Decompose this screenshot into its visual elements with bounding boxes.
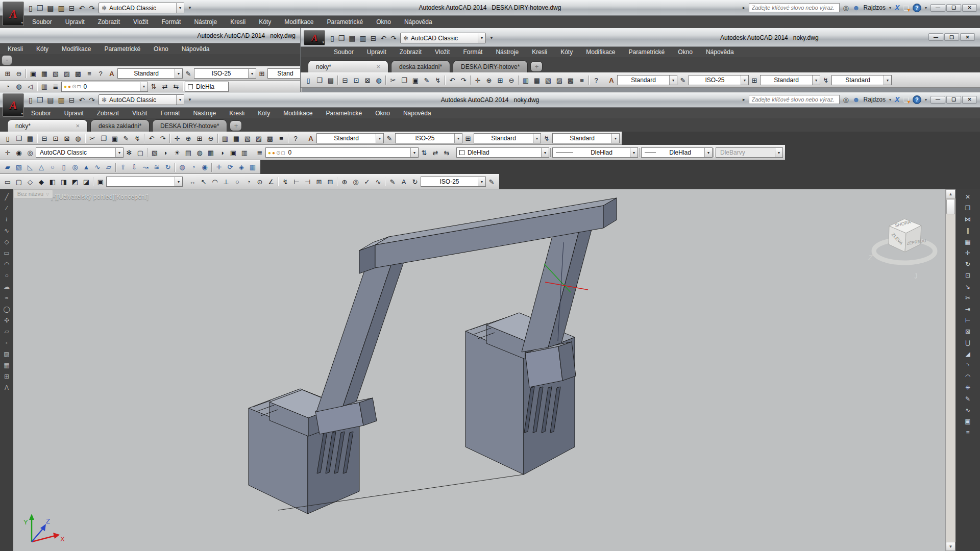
menu-item[interactable]: Modifikace	[278, 17, 320, 27]
blend-curves-icon[interactable]: ◠	[962, 371, 973, 382]
dim-style-select[interactable]: ISO-25▾	[689, 75, 749, 85]
new-file-icon[interactable]: ▯	[2, 133, 13, 144]
render-settings-icon[interactable]: ▥	[239, 147, 250, 158]
vs-wireframe-icon[interactable]: ▢	[13, 176, 24, 187]
vs-shades-gray-icon[interactable]: ◪	[81, 176, 92, 187]
dim-jog-line-icon[interactable]: ∿	[373, 176, 384, 187]
render-window-icon[interactable]: ▥	[39, 81, 50, 92]
dim-style-select[interactable]: ISO-25▾	[395, 133, 462, 143]
linetype-select[interactable]: DleHlad▾	[552, 147, 638, 158]
zoom-previous-icon[interactable]: ⊖	[506, 74, 517, 86]
save-icon[interactable]: ▤	[24, 133, 36, 144]
text-style-icon[interactable]: A	[305, 133, 316, 144]
presspull-icon[interactable]: ⇩	[129, 162, 140, 173]
loft-icon[interactable]: ≋	[151, 162, 162, 173]
dim-style-manager-icon[interactable]: ✎	[486, 176, 497, 187]
workspace-select[interactable]: ✻ AutoCAD Classic ▾	[99, 3, 184, 13]
titlebar[interactable]: Autodesk AutoCAD 2014 noky.dwg	[0, 28, 302, 43]
redo-icon[interactable]: ↷	[89, 96, 95, 104]
dim-jogged-icon[interactable]: ◔	[243, 176, 254, 187]
zoom-previous-icon[interactable]: ⊖	[13, 68, 24, 79]
save-as-icon[interactable]: ▥	[58, 96, 65, 104]
menu-item[interactable]: Nápověda	[398, 17, 439, 27]
workspace-toolbar-select[interactable]: AutoCAD Classic▾	[36, 147, 124, 158]
copy-icon[interactable]: ❐	[399, 74, 410, 86]
new-file-icon[interactable]: ▯	[29, 4, 33, 12]
layer-isolate-icon[interactable]: ⇄	[159, 81, 170, 92]
text-style-select[interactable]: Standard▾	[617, 75, 677, 85]
separator[interactable]	[143, 133, 146, 144]
polysolid-icon[interactable]: ▰	[2, 162, 13, 173]
new-file-icon[interactable]: ▯	[303, 74, 314, 86]
rotate-icon[interactable]: ↻	[962, 259, 973, 270]
chamfer-icon[interactable]: ◢	[962, 348, 973, 360]
titlebar[interactable]: Autodesk AutoCAD 2014 noky.dwg ▯❒▤▥⊟↶↷ ✻…	[0, 92, 980, 108]
material-browser-icon[interactable]: ▤	[183, 147, 194, 158]
layer-manager-icon[interactable]: ≣	[50, 81, 61, 92]
dim-tolerance-icon[interactable]: ⊕	[339, 176, 350, 187]
ucs-icon[interactable]: ✛	[2, 147, 13, 158]
chevron-down-icon[interactable]: ▾	[889, 6, 891, 10]
exchange-apps-icon[interactable]: ❏▼	[903, 4, 909, 12]
3d-align-icon[interactable]: ◈	[236, 162, 247, 173]
chevron-down-icon[interactable]: ▾	[925, 97, 927, 102]
quick-calc-icon[interactable]: ≡	[276, 133, 287, 144]
print-icon[interactable]: ⊟	[39, 133, 50, 144]
dim-continue-icon[interactable]: ⊣	[302, 176, 313, 187]
menu-item[interactable]: Kresli	[224, 17, 252, 27]
open-file-icon[interactable]: ❒	[338, 34, 345, 42]
autocad-logo[interactable]: A▾	[304, 30, 325, 45]
separator[interactable]	[24, 68, 28, 79]
menu-item[interactable]: Parametrické	[320, 108, 369, 118]
separator[interactable]	[84, 133, 87, 144]
array-icon[interactable]: ▦	[962, 236, 973, 247]
named-view-icon[interactable]: ◉	[13, 147, 24, 158]
menu-item[interactable]: Okno	[370, 17, 398, 27]
dim-center-mark-icon[interactable]: ◎	[350, 176, 361, 187]
edit-array-icon[interactable]: ▣	[962, 416, 973, 427]
new-file-icon[interactable]: ▯	[330, 34, 334, 42]
match-properties-icon[interactable]: ✎	[120, 133, 132, 144]
3d-move-icon[interactable]: ✛	[213, 162, 225, 173]
autocad-logo[interactable]: A▾	[3, 2, 24, 26]
table-icon[interactable]: ⊞	[1, 371, 12, 382]
dim-radius-icon[interactable]: ○	[232, 176, 243, 187]
block-editor-icon[interactable]: ↯	[432, 74, 444, 86]
open-file-icon[interactable]: ❒	[37, 4, 43, 12]
extend-icon[interactable]: ⇥	[962, 304, 973, 315]
sheet-set-icon[interactable]: ▨	[61, 68, 72, 79]
tab-noky[interactable]: noky* ×	[7, 119, 88, 132]
layer-isolate-icon[interactable]: ⇄	[430, 147, 441, 158]
menu-item[interactable]: Upravit	[59, 17, 91, 27]
publish-icon[interactable]: ⊠	[362, 74, 373, 86]
paste-icon[interactable]: ▣	[410, 74, 421, 86]
vs-realistic-icon[interactable]: ◆	[36, 176, 47, 187]
open-file-icon[interactable]: ❒	[13, 133, 24, 144]
vs-shaded-edges-icon[interactable]: ◩	[69, 176, 81, 187]
plot-preview-icon[interactable]: ⊡	[50, 133, 61, 144]
scroll-up-icon[interactable]: ▲	[946, 189, 955, 198]
help-icon[interactable]: ?	[913, 4, 921, 12]
menu-item[interactable]: Upravit	[360, 47, 393, 57]
chevron-down-icon[interactable]: ▾	[925, 6, 927, 10]
undo-icon[interactable]: ↶	[447, 74, 458, 86]
dim-space-icon[interactable]: ⊞	[313, 176, 325, 187]
break-point-icon[interactable]: ⊢	[962, 315, 973, 326]
separator[interactable]	[36, 133, 39, 144]
mleader-style-select[interactable]: Standard▾	[831, 75, 892, 85]
signed-in-user[interactable]: Rajdzos	[864, 96, 886, 103]
separator[interactable]	[174, 162, 177, 173]
search-input[interactable]	[749, 95, 840, 104]
sweep-icon[interactable]: ↝	[140, 162, 151, 173]
menu-item[interactable]: Upravit	[58, 108, 90, 118]
separator[interactable]	[210, 162, 213, 173]
texture-icon[interactable]: ▦	[205, 147, 216, 158]
point-icon[interactable]: ◦	[1, 337, 12, 348]
stretch-icon[interactable]: ↘	[962, 281, 973, 292]
open-file-icon[interactable]: ❒	[37, 96, 43, 104]
maximize-button[interactable]: ❑	[944, 33, 959, 41]
redo-icon[interactable]: ↷	[89, 4, 95, 12]
clean-screen-icon[interactable]: ▢	[135, 147, 146, 158]
separator[interactable]	[444, 74, 447, 86]
menu-item[interactable]: Zobrazit	[90, 108, 126, 118]
